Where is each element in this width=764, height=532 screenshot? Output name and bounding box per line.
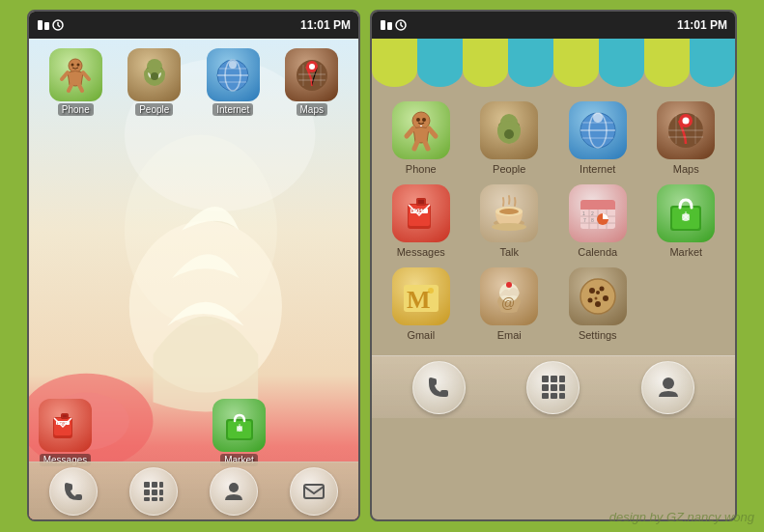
maps-icon-right[interactable] [657, 101, 715, 159]
talk-icon-right[interactable] [480, 184, 538, 242]
awning-top-3 [463, 39, 508, 53]
phone-label-left: Phone [58, 103, 94, 116]
settings-icon-right[interactable] [569, 267, 627, 325]
left-screen-content: Phone [29, 39, 358, 519]
awning-top-5 [553, 39, 599, 53]
dock-launcher-left[interactable] [129, 467, 178, 516]
svg-point-126 [663, 378, 674, 389]
awning-top-6 [599, 39, 644, 53]
dock-call-left[interactable] [49, 467, 98, 516]
svg-rect-118 [551, 376, 557, 382]
awning-bottom-1 [372, 53, 417, 87]
bottom-dock-right [372, 355, 735, 418]
people-label-right: People [493, 163, 525, 175]
awning-top-8 [690, 39, 735, 53]
maps-icon-left[interactable] [285, 48, 338, 101]
svg-point-49 [229, 483, 239, 492]
svg-rect-0 [38, 20, 42, 30]
email-icon-right[interactable]: @ [480, 267, 538, 325]
app-market-right[interactable]: Market [647, 184, 726, 258]
svg-point-73 [683, 118, 690, 125]
svg-point-113 [587, 298, 592, 303]
svg-point-70 [593, 113, 603, 123]
status-bar-right: 11:01 PM [372, 12, 735, 39]
svg-rect-42 [159, 482, 163, 488]
internet-icon-left[interactable] [207, 48, 260, 101]
svg-text:7: 7 [583, 217, 586, 223]
svg-point-115 [596, 291, 600, 294]
settings-label-right: Settings [579, 329, 617, 341]
app-talk-right[interactable]: Talk [470, 184, 550, 258]
app-maps-left[interactable]: Maps [275, 48, 350, 116]
app-people-right[interactable]: People [470, 101, 550, 175]
app-settings-right[interactable]: Settings [558, 267, 637, 341]
maps-label-left: Maps [297, 103, 327, 116]
svg-rect-43 [144, 490, 150, 495]
svg-rect-124 [551, 393, 557, 399]
svg-rect-123 [542, 393, 549, 399]
internet-icon-right[interactable] [569, 101, 627, 159]
app-phone-left[interactable]: Phone [39, 48, 113, 116]
app-market-left[interactable]: Market [212, 399, 266, 466]
app-internet-left[interactable]: Internet [196, 48, 270, 116]
awning-stripe-7 [644, 39, 690, 87]
svg-point-106 [506, 282, 512, 288]
maps-label-right: Maps [673, 163, 699, 175]
svg-point-116 [594, 297, 597, 300]
messages-label-right: Messages [397, 246, 445, 258]
talk-label-right: Talk [499, 246, 519, 258]
svg-rect-47 [152, 497, 157, 501]
app-internet-right[interactable]: Internet [558, 101, 637, 175]
spacer2 [155, 399, 208, 452]
dock-contacts-left[interactable] [210, 467, 258, 516]
svg-rect-45 [159, 490, 163, 495]
app-messages-left[interactable]: POST Messages [39, 399, 92, 466]
people-label-left: People [135, 103, 173, 116]
phone-icon-right[interactable] [392, 101, 450, 159]
people-icon-left[interactable] [127, 48, 181, 101]
people-icon-right[interactable] [480, 101, 538, 159]
awning-top-7 [644, 39, 690, 53]
app-email-right[interactable]: @ Emai [470, 267, 550, 341]
right-phone-screen: 11:01 PM [370, 10, 737, 521]
app-gmail-right[interactable]: M Gmail [382, 267, 461, 341]
messages-icon-right[interactable]: POST [392, 184, 450, 242]
app-messages-right[interactable]: POST Messages [382, 184, 461, 258]
status-icons-left [37, 19, 64, 31]
dock-call-right[interactable] [412, 361, 466, 414]
svg-point-28 [309, 64, 315, 70]
svg-rect-120 [542, 384, 549, 391]
svg-point-12 [77, 63, 80, 66]
dock-launcher-right[interactable] [526, 361, 580, 414]
spacer1 [97, 399, 150, 452]
calendar-icon-right[interactable]: 1 2 7 8 [569, 184, 627, 242]
app-calendar-right[interactable]: 1 2 7 8 Calenda [558, 184, 637, 258]
svg-rect-44 [152, 490, 157, 495]
internet-label-right: Internet [580, 163, 615, 175]
dock-mail-left[interactable] [290, 467, 338, 516]
phone-icon-left[interactable] [49, 48, 102, 101]
app-people-left[interactable]: People [118, 48, 192, 116]
internet-label-left: Internet [212, 103, 253, 116]
svg-rect-121 [551, 384, 557, 391]
svg-rect-51 [381, 20, 385, 30]
app-maps-right[interactable]: Maps [647, 101, 726, 175]
awning [372, 39, 735, 87]
svg-point-57 [422, 118, 426, 122]
svg-text:1: 1 [582, 210, 585, 216]
svg-point-112 [603, 295, 608, 301]
phone-label-right: Phone [406, 163, 437, 175]
awning-bottom-7 [644, 53, 690, 87]
market-icon-right[interactable] [657, 184, 715, 242]
app-phone-right[interactable]: Phone [382, 101, 461, 175]
messages-icon-left[interactable]: POST [39, 399, 92, 452]
market-icon-left[interactable] [212, 399, 266, 452]
awning-stripe-3 [463, 39, 508, 87]
gmail-icon-right[interactable]: M [392, 267, 450, 325]
svg-point-111 [599, 287, 604, 292]
svg-point-85 [492, 223, 526, 231]
calendar-label-right: Calenda [578, 246, 617, 258]
dock-contacts-right[interactable] [641, 361, 694, 414]
watermark-text: design by GZ.nancy wong [609, 510, 754, 524]
right-app-grid: Phone People [372, 87, 735, 355]
